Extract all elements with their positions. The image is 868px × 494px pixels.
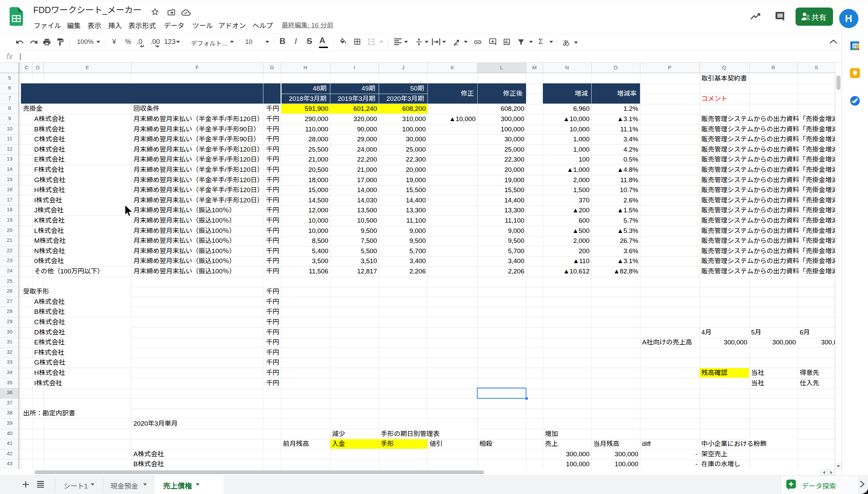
svg-text:31: 31 xyxy=(853,44,858,48)
